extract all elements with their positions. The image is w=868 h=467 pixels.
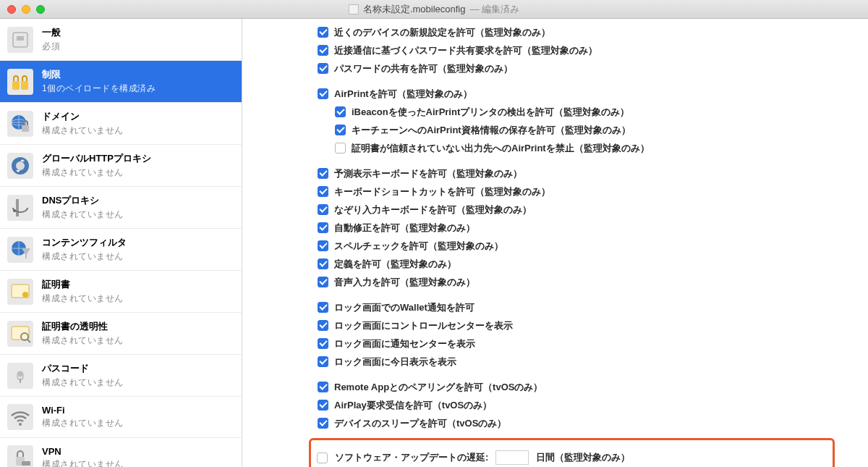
checkbox[interactable] bbox=[318, 418, 328, 429]
sidebar: 一般必須制限1個のペイロードを構成済みドメイン構成されていませんグローバルHTT… bbox=[0, 19, 242, 467]
checkbox[interactable] bbox=[318, 258, 328, 269]
sidebar-item-title: 証明書 bbox=[42, 278, 124, 291]
svg-rect-19 bbox=[22, 461, 30, 466]
sidebar-item-title: Wi-Fi bbox=[42, 405, 124, 416]
setting-label: 証明書が信頼されていない出力先へのAirPrintを禁止（監理対象のみ） bbox=[352, 142, 650, 155]
svg-rect-2 bbox=[12, 81, 20, 90]
checkbox[interactable] bbox=[318, 400, 328, 411]
setting-label: 近接通信に基づくパスワード共有要求を許可（監理対象のみ） bbox=[334, 44, 597, 57]
close-icon[interactable] bbox=[7, 5, 16, 14]
passcode-icon bbox=[7, 363, 33, 389]
setting-label: iBeaconを使ったAirPrintプリンタの検出を許可（監理対象のみ） bbox=[352, 106, 629, 119]
checkbox[interactable] bbox=[318, 356, 328, 367]
checkbox[interactable] bbox=[318, 240, 328, 251]
setting-row: 音声入力を許可（監理対象のみ） bbox=[260, 273, 849, 291]
setting-row: 予測表示キーボードを許可（監理対象のみ） bbox=[260, 164, 849, 182]
checkbox[interactable] bbox=[318, 168, 328, 179]
setting-label: スペルチェックを許可（監理対象のみ） bbox=[334, 240, 503, 253]
window-filename: 名称未設定.mobileconfig bbox=[363, 3, 466, 16]
setting-row: 定義を許可（監理対象のみ） bbox=[260, 255, 849, 273]
setting-row: ロック画面に通知センターを表示 bbox=[260, 335, 849, 353]
sidebar-item-certificate[interactable]: 証明書構成されていません bbox=[0, 271, 242, 313]
checkbox[interactable] bbox=[318, 222, 328, 233]
checkbox[interactable] bbox=[318, 45, 328, 56]
sidebar-item-title: VPN bbox=[42, 446, 124, 457]
checkbox[interactable] bbox=[318, 302, 328, 313]
checkbox[interactable] bbox=[318, 338, 328, 349]
setting-row: なぞり入力キーボードを許可（監理対象のみ） bbox=[260, 201, 849, 219]
sidebar-item-cert-transparency[interactable]: 証明書の透明性構成されていません bbox=[0, 313, 242, 355]
sidebar-item-domains[interactable]: ドメイン構成されていません bbox=[0, 103, 242, 145]
setting-row: iBeaconを使ったAirPrintプリンタの検出を許可（監理対象のみ） bbox=[260, 103, 849, 121]
delay-label-after: 日間（監理対象のみ） bbox=[536, 451, 630, 464]
checkbox[interactable] bbox=[318, 63, 328, 74]
sidebar-item-general[interactable]: 一般必須 bbox=[0, 19, 242, 61]
setting-label: キーボードショートカットを許可（監理対象のみ） bbox=[334, 185, 550, 198]
checkbox[interactable] bbox=[318, 382, 328, 392]
sidebar-item-wifi[interactable]: Wi-Fi構成されていません bbox=[0, 397, 242, 438]
setting-row: キーボードショートカットを許可（監理対象のみ） bbox=[260, 182, 849, 201]
setting-row: 自動修正を許可（監理対象のみ） bbox=[260, 219, 849, 237]
setting-row: ロック画面にコントロールセンターを表示 bbox=[260, 316, 849, 335]
cert-transparency-icon bbox=[7, 321, 33, 347]
titlebar: 名称未設定.mobileconfig — 編集済み bbox=[0, 0, 868, 19]
svg-point-13 bbox=[22, 292, 28, 298]
setting-label: 近くのデバイスの新規設定を許可（監理対象のみ） bbox=[334, 26, 550, 39]
setting-row: デバイスのスリープを許可（tvOSのみ） bbox=[260, 414, 849, 432]
setting-label: ロック画面に今日表示を表示 bbox=[334, 355, 456, 369]
http-proxy-icon bbox=[7, 153, 33, 179]
sidebar-item-sub: 構成されていません bbox=[42, 209, 124, 221]
setting-label: ロック画面に通知センターを表示 bbox=[334, 337, 475, 350]
checkbox[interactable] bbox=[335, 106, 346, 117]
setting-label: 定義を許可（監理対象のみ） bbox=[334, 258, 456, 271]
svg-rect-6 bbox=[22, 125, 29, 132]
sidebar-item-http-proxy[interactable]: グローバルHTTPプロキシ構成されていません bbox=[0, 145, 242, 187]
sidebar-item-restrictions[interactable]: 制限1個のペイロードを構成済み bbox=[0, 61, 242, 103]
certificate-icon bbox=[7, 279, 33, 305]
checkbox[interactable] bbox=[317, 453, 328, 463]
minimize-icon[interactable] bbox=[22, 5, 30, 14]
sidebar-item-title: コンテンツフィルタ bbox=[42, 236, 127, 249]
sidebar-item-sub: 必須 bbox=[42, 41, 61, 53]
checkbox[interactable] bbox=[318, 186, 328, 197]
general-icon bbox=[7, 27, 33, 53]
sidebar-item-title: 一般 bbox=[42, 26, 61, 39]
checkbox[interactable] bbox=[335, 125, 346, 135]
sidebar-item-dns-proxy[interactable]: DNSプロキシ構成されていません bbox=[0, 187, 242, 229]
sidebar-item-sub: 1個のペイロードを構成済み bbox=[42, 83, 156, 95]
setting-label: AirPlay要求受信を許可（tvOSのみ） bbox=[334, 399, 492, 412]
zoom-icon[interactable] bbox=[36, 5, 45, 14]
setting-label: 音声入力を許可（監理対象のみ） bbox=[334, 276, 475, 289]
checkbox[interactable] bbox=[335, 143, 346, 153]
setting-row: 近くのデバイスの新規設定を許可（監理対象のみ） bbox=[260, 23, 849, 41]
setting-row: スペルチェックを許可（監理対象のみ） bbox=[260, 237, 849, 255]
sidebar-item-vpn[interactable]: VPN構成されていません bbox=[0, 438, 242, 467]
sidebar-item-sub: 構成されていません bbox=[42, 293, 124, 305]
checkbox[interactable] bbox=[318, 88, 328, 99]
sidebar-item-title: ドメイン bbox=[42, 110, 124, 123]
checkbox[interactable] bbox=[318, 27, 328, 38]
setting-label: ロック画面にコントロールセンターを表示 bbox=[334, 319, 513, 332]
setting-label: AirPrintを許可（監理対象のみ） bbox=[334, 88, 472, 101]
sidebar-item-content-filter[interactable]: コンテンツフィルタ構成されていません bbox=[0, 229, 242, 271]
delay-days-input[interactable] bbox=[495, 450, 529, 465]
sidebar-item-title: 証明書の透明性 bbox=[42, 320, 124, 333]
checkbox[interactable] bbox=[318, 277, 328, 287]
delay-label-before: ソフトウェア・アップデートの遅延: bbox=[335, 451, 488, 464]
setting-row: ロック画面に今日表示を表示 bbox=[260, 353, 849, 371]
checkbox[interactable] bbox=[318, 204, 328, 215]
checkbox[interactable] bbox=[318, 320, 328, 331]
setting-row: キーチェーンへのAirPrint資格情報の保存を許可（監理対象のみ） bbox=[260, 121, 849, 139]
setting-label: 自動修正を許可（監理対象のみ） bbox=[334, 222, 475, 235]
setting-label: デバイスのスリープを許可（tvOSのみ） bbox=[334, 417, 506, 430]
svg-point-16 bbox=[18, 372, 22, 376]
sidebar-item-passcode[interactable]: パスコード構成されていません bbox=[0, 355, 242, 397]
setting-label: Remote Appとのペアリングを許可（tvOSのみ） bbox=[334, 381, 542, 394]
sidebar-item-sub: 構成されていません bbox=[42, 167, 151, 179]
svg-point-10 bbox=[13, 209, 16, 212]
content-filter-icon bbox=[7, 237, 33, 263]
window-status: — 編集済み bbox=[469, 3, 519, 16]
svg-rect-9 bbox=[16, 199, 19, 216]
window-controls bbox=[0, 5, 45, 14]
sidebar-item-sub: 構成されていません bbox=[42, 335, 124, 347]
